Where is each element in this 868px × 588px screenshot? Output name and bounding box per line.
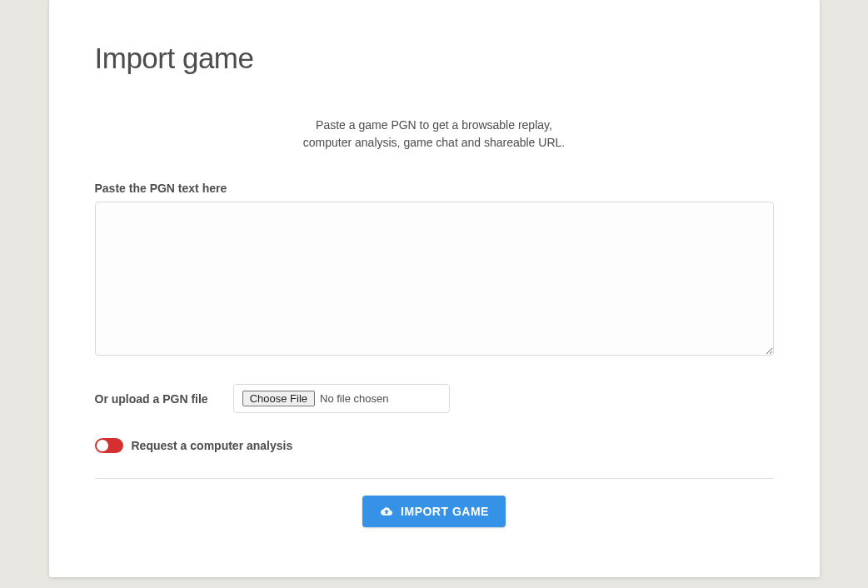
import-game-button[interactable]: IMPORT GAME <box>362 496 506 527</box>
analysis-toggle-label: Request a computer analysis <box>132 439 293 452</box>
upload-label: Or upload a PGN file <box>95 392 208 406</box>
divider <box>95 478 774 479</box>
upload-row: Or upload a PGN file Choose File No file… <box>95 384 774 413</box>
pgn-text-label: Paste the PGN text here <box>95 182 774 195</box>
analysis-toggle-row: Request a computer analysis <box>95 438 774 453</box>
pgn-text-input[interactable] <box>95 202 774 356</box>
submit-row: IMPORT GAME <box>95 496 774 527</box>
page-title: Import game <box>95 42 774 75</box>
file-chosen-status: No file chosen <box>320 392 388 405</box>
cloud-upload-icon <box>379 506 394 517</box>
toggle-knob <box>97 440 108 451</box>
pgn-text-row: Paste the PGN text here <box>95 182 774 359</box>
choose-file-button[interactable]: Choose File <box>242 391 315 406</box>
import-game-card: Import game Paste a game PGN to get a br… <box>49 0 820 577</box>
file-input-box[interactable]: Choose File No file chosen <box>233 384 450 413</box>
intro-line-2: computer analysis, game chat and shareab… <box>95 134 774 152</box>
analysis-toggle[interactable] <box>95 438 123 453</box>
intro-text: Paste a game PGN to get a browsable repl… <box>95 117 774 152</box>
intro-line-1: Paste a game PGN to get a browsable repl… <box>95 117 774 134</box>
import-game-button-label: IMPORT GAME <box>401 505 489 518</box>
